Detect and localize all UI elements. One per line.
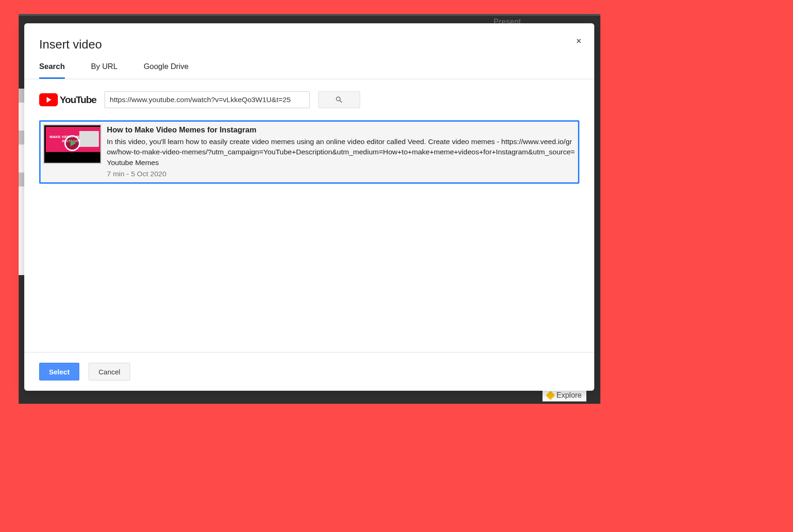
youtube-brand-text: YouTube (60, 94, 96, 105)
youtube-icon (39, 93, 58, 106)
tab-search[interactable]: Search (39, 62, 65, 79)
tab-bar: Search By URL Google Drive (24, 52, 594, 79)
explore-chip: Explore (543, 389, 586, 401)
select-button[interactable]: Select (39, 363, 79, 380)
search-row: YouTube (24, 79, 594, 113)
explore-label: Explore (556, 391, 582, 400)
thumbnail-side-panel (79, 131, 99, 147)
results-area: MAKE VIDEO MEMES FOR INSTAGRAM How to Ma… (24, 113, 594, 352)
explore-icon (546, 391, 555, 400)
modal-footer: Select Cancel (24, 352, 594, 391)
video-meta: 7 min - 5 Oct 2020 (107, 169, 575, 179)
youtube-logo: YouTube (39, 93, 96, 106)
play-icon (64, 135, 80, 151)
insert-video-modal: Insert video × Search By URL Google Driv… (24, 23, 594, 391)
video-thumbnail: MAKE VIDEO MEMES FOR INSTAGRAM (43, 124, 101, 164)
search-icon (335, 96, 343, 104)
tab-by-url[interactable]: By URL (91, 62, 118, 79)
video-description: In this video, you'll learn how to easil… (107, 137, 575, 168)
video-result-item[interactable]: MAKE VIDEO MEMES FOR INSTAGRAM How to Ma… (39, 120, 579, 184)
video-url-input[interactable] (104, 91, 310, 108)
search-button[interactable] (318, 91, 360, 108)
modal-title: Insert video (39, 37, 579, 52)
close-icon[interactable]: × (576, 36, 581, 46)
modal-header: Insert video × (24, 23, 594, 52)
video-result-text: How to Make Video Memes for Instagram In… (107, 124, 575, 180)
cancel-button[interactable]: Cancel (89, 363, 130, 380)
video-title: How to Make Video Memes for Instagram (107, 124, 575, 136)
tab-google-drive[interactable]: Google Drive (144, 62, 188, 79)
